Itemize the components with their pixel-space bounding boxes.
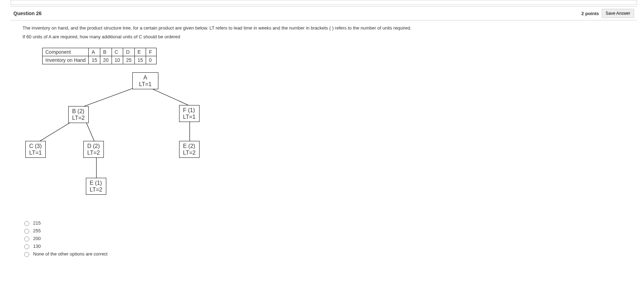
diagram-area: Component A B C D E F Inventory on Hand … bbox=[23, 48, 269, 216]
svg-line-0 bbox=[81, 88, 135, 108]
svg-line-2 bbox=[38, 122, 72, 142]
svg-line-1 bbox=[149, 88, 190, 106]
node-line1: E (1) bbox=[90, 180, 102, 186]
svg-line-3 bbox=[86, 122, 95, 142]
radio-option-3[interactable] bbox=[24, 237, 29, 241]
option-label: 215 bbox=[33, 220, 41, 226]
node-line2: LT=2 bbox=[90, 186, 102, 193]
question-text-1: The inventory on hand, and the product s… bbox=[23, 25, 632, 31]
answer-option-5[interactable]: None of the other options are correct bbox=[23, 251, 632, 257]
tree-node-A: A LT=1 bbox=[132, 72, 158, 89]
question-title: Question 26 bbox=[13, 11, 42, 16]
radio-option-2[interactable] bbox=[24, 229, 29, 234]
tree-node-E-under-D: E (1) LT=2 bbox=[86, 178, 106, 195]
node-line2: LT=1 bbox=[183, 114, 196, 120]
question-header: Question 26 2 points Save Answer bbox=[11, 6, 637, 20]
question-text-2: If 60 units of A are required, how many … bbox=[23, 34, 632, 39]
tree-node-F: F (1) LT=1 bbox=[179, 105, 200, 122]
answer-option-1[interactable]: 215 bbox=[23, 220, 632, 226]
top-text-input[interactable] bbox=[11, 0, 637, 5]
radio-option-5[interactable] bbox=[24, 252, 29, 257]
node-line2: LT=1 bbox=[29, 149, 42, 156]
node-line2: LT=2 bbox=[183, 149, 196, 156]
option-label: None of the other options are correct bbox=[33, 251, 108, 257]
tree-node-D: D (2) LT=2 bbox=[83, 141, 104, 158]
node-line1: B (2) bbox=[72, 108, 85, 115]
tree-node-B: B (2) LT=2 bbox=[68, 106, 89, 123]
radio-option-4[interactable] bbox=[24, 244, 29, 249]
answer-options: 215 255 200 130 None of the other option… bbox=[23, 220, 632, 257]
node-line2: LT=2 bbox=[87, 149, 100, 156]
option-label: 200 bbox=[33, 236, 41, 241]
option-label: 255 bbox=[33, 228, 41, 233]
node-line1: C (3) bbox=[29, 143, 42, 149]
question-body: The inventory on hand, and the product s… bbox=[11, 25, 637, 257]
node-line1: E (2) bbox=[183, 143, 196, 149]
tree-node-C: C (3) LT=1 bbox=[25, 141, 46, 158]
node-line2: LT=1 bbox=[139, 81, 152, 88]
node-line1: F (1) bbox=[183, 107, 196, 114]
save-answer-button[interactable]: Save Answer bbox=[602, 9, 634, 18]
answer-option-2[interactable]: 255 bbox=[23, 228, 632, 234]
node-line1: D (2) bbox=[87, 143, 100, 149]
question-points: 2 points bbox=[581, 11, 599, 16]
radio-option-1[interactable] bbox=[24, 221, 29, 226]
node-line2: LT=2 bbox=[72, 115, 85, 121]
node-line1: A bbox=[139, 74, 152, 81]
tree-node-E-under-F: E (2) LT=2 bbox=[179, 141, 200, 158]
answer-option-4[interactable]: 130 bbox=[23, 243, 632, 249]
option-label: 130 bbox=[33, 244, 41, 249]
answer-option-3[interactable]: 200 bbox=[23, 235, 632, 241]
